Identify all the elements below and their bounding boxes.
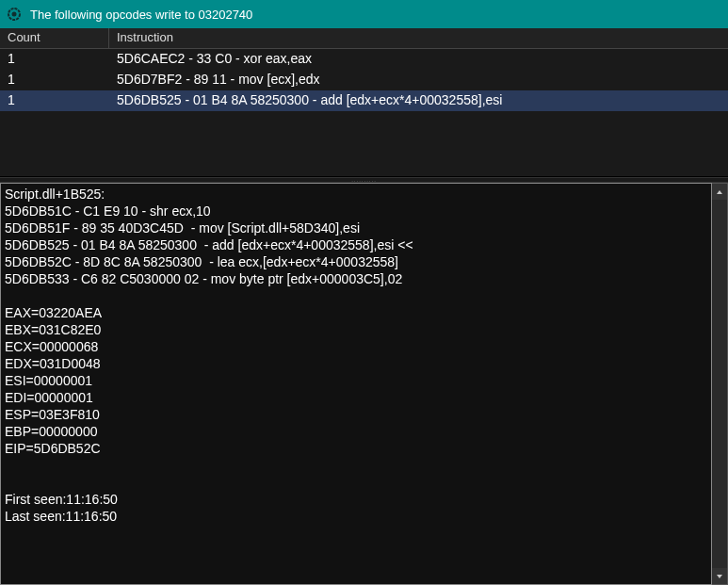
- opcode-list-panel: Count Instruction 1 5D6CAEC2 - 33 C0 - x…: [0, 28, 728, 177]
- svg-point-1: [12, 12, 17, 17]
- header-instruction[interactable]: Instruction: [109, 28, 728, 49]
- header-count[interactable]: Count: [0, 28, 109, 49]
- scroll-down-icon[interactable]: [712, 568, 727, 584]
- cell-instruction: 5D6D7BF2 - 89 11 - mov [ecx],edx: [109, 72, 728, 89]
- cell-count: 1: [0, 51, 109, 68]
- cell-count: 1: [0, 72, 109, 89]
- table-row[interactable]: 1 5D6D7BF2 - 89 11 - mov [ecx],edx: [0, 70, 728, 90]
- cell-instruction: 5D6CAEC2 - 33 C0 - xor eax,eax: [109, 51, 728, 68]
- cell-count: 1: [0, 92, 109, 109]
- app-icon: [6, 6, 23, 23]
- detail-panel: Script.dll+1B525: 5D6DB51C - C1 E9 10 - …: [0, 183, 728, 585]
- scroll-up-icon[interactable]: [712, 184, 727, 200]
- table-body: 1 5D6CAEC2 - 33 C0 - xor eax,eax 1 5D6D7…: [0, 49, 728, 111]
- window-title: The following opcodes write to 03202740: [30, 8, 252, 22]
- table-header: Count Instruction: [0, 28, 728, 49]
- disassembly-detail[interactable]: Script.dll+1B525: 5D6DB51C - C1 E9 10 - …: [0, 183, 712, 585]
- table-row[interactable]: 1 5D6CAEC2 - 33 C0 - xor eax,eax: [0, 49, 728, 70]
- cell-instruction: 5D6DB525 - 01 B4 8A 58250300 - add [edx+…: [109, 92, 728, 109]
- table-row[interactable]: 1 5D6DB525 - 01 B4 8A 58250300 - add [ed…: [0, 90, 728, 111]
- titlebar: The following opcodes write to 03202740: [0, 0, 728, 28]
- vertical-scrollbar[interactable]: [712, 183, 728, 585]
